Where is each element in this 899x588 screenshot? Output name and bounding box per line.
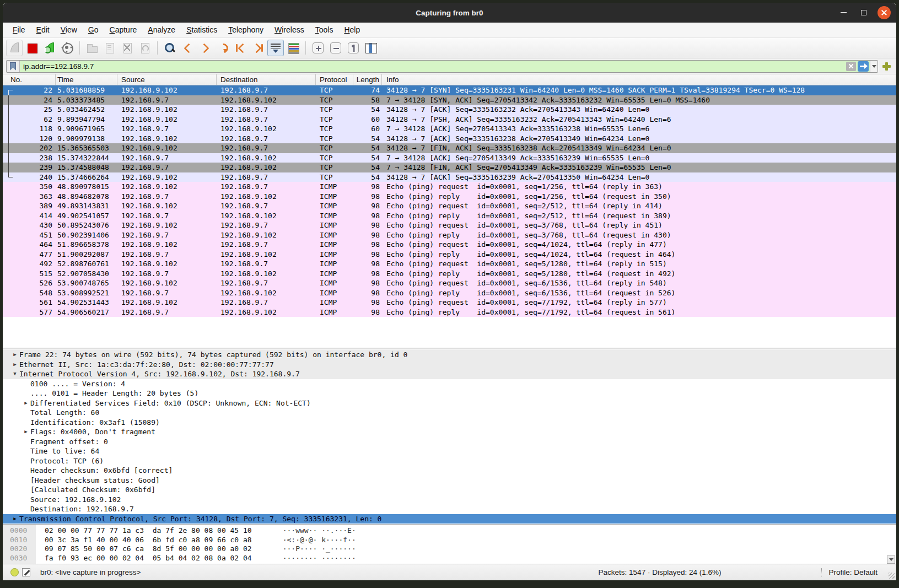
packet-bytes-pane[interactable]: 000002 00 00 77 77 77 1a c3 da 7f 2e 80 … — [3, 524, 896, 564]
zoom-in-button[interactable] — [310, 40, 326, 56]
expert-info-icon[interactable] — [10, 568, 19, 576]
detail-row[interactable]: Header checksum: 0x6bfd [correct] — [3, 466, 896, 476]
packet-row[interactable]: 57754.906560217192.168.9.7192.168.9.102I… — [3, 308, 896, 317]
packet-row[interactable]: 629.893947794192.168.9.102192.168.9.7TCP… — [3, 115, 896, 125]
column-header-protocol[interactable]: Protocol — [316, 74, 353, 85]
close-button[interactable] — [878, 6, 891, 19]
expander-icon[interactable]: ▶ — [21, 398, 30, 408]
packet-row[interactable]: 54853.908992521192.168.9.7192.168.9.102I… — [3, 288, 896, 298]
maximize-button[interactable] — [857, 6, 870, 19]
detail-row[interactable]: 0100 .... = Version: 4 — [3, 379, 896, 389]
column-header-destination[interactable]: Destination — [217, 74, 316, 85]
detail-row[interactable]: Destination: 192.168.9.7 — [3, 504, 896, 514]
hex-row[interactable]: 001000 3c 3a f1 40 00 40 06 6b fd c0 a8 … — [3, 536, 896, 545]
expander-icon[interactable]: ▶ — [10, 350, 19, 360]
column-header-info[interactable]: Info — [382, 74, 896, 85]
resize-columns-button[interactable] — [363, 40, 379, 56]
packet-row[interactable]: 1209.909979138192.168.9.102192.168.9.7TC… — [3, 134, 896, 144]
detail-row[interactable]: ▶Frame 22: 74 bytes on wire (592 bits), … — [3, 350, 896, 360]
menu-item-statistics[interactable]: Statistics — [181, 23, 223, 37]
auto-scroll-button[interactable] — [267, 40, 284, 56]
detail-row[interactable]: Protocol: TCP (6) — [3, 456, 896, 466]
packet-row[interactable]: 1189.909671965192.168.9.7192.168.9.102TC… — [3, 124, 896, 134]
packet-row[interactable]: 46451.896658378192.168.9.102192.168.9.7I… — [3, 240, 896, 250]
detail-row[interactable]: ▶Ethernet II, Src: 1a:c3:da:7f:2e:80, Ds… — [3, 360, 896, 370]
reload-file-button[interactable] — [137, 40, 153, 56]
restart-capture-button[interactable] — [41, 40, 58, 56]
menu-item-wireless[interactable]: Wireless — [269, 23, 310, 37]
minimize-button[interactable] — [837, 6, 850, 19]
zoom-out-button[interactable] — [327, 40, 344, 56]
close-file-button[interactable] — [119, 40, 136, 56]
menu-item-analyze[interactable]: Analyze — [142, 23, 181, 37]
expander-icon[interactable]: ▶ — [10, 360, 19, 370]
filter-bookmark-button[interactable] — [7, 61, 20, 72]
packet-row[interactable]: 51552.907058430192.168.9.7192.168.9.102I… — [3, 269, 896, 279]
menu-item-file[interactable]: File — [7, 23, 31, 37]
colorize-button[interactable] — [285, 40, 302, 56]
packet-list-pane[interactable]: 225.031688859192.168.9.102192.168.9.7TCP… — [3, 85, 896, 317]
expander-icon[interactable]: ▶ — [21, 427, 30, 437]
capture-comment-icon[interactable] — [22, 568, 30, 576]
start-capture-button[interactable] — [6, 40, 23, 56]
packet-row[interactable]: 255.033462452192.168.9.102192.168.9.7TCP… — [3, 105, 896, 115]
save-file-button[interactable] — [101, 40, 118, 56]
stop-capture-button[interactable] — [24, 40, 40, 56]
first-packet-button[interactable] — [232, 40, 249, 56]
detail-row[interactable]: ▶Transmission Control Protocol, Src Port… — [3, 514, 896, 524]
capture-options-button[interactable] — [59, 40, 76, 56]
display-filter-input[interactable] — [20, 61, 846, 72]
title-bar[interactable]: Capturing from br0 — [3, 3, 896, 23]
detail-row[interactable]: Total Length: 60 — [3, 408, 896, 418]
open-file-button[interactable] — [84, 40, 100, 56]
menu-item-help[interactable]: Help — [338, 23, 365, 37]
menu-item-edit[interactable]: Edit — [31, 23, 55, 37]
packet-row[interactable]: 38949.893143831192.168.9.102192.168.9.7I… — [3, 201, 896, 211]
filter-dropdown-button[interactable] — [870, 61, 878, 72]
detail-row[interactable]: Source: 192.168.9.102 — [3, 495, 896, 505]
expander-icon[interactable]: ▶ — [10, 514, 19, 524]
column-header-time[interactable]: Time — [56, 74, 117, 85]
packet-row[interactable]: 23915.374588048192.168.9.7192.168.9.102T… — [3, 163, 896, 172]
detail-row[interactable]: [Header checksum status: Good] — [3, 476, 896, 485]
next-packet-button[interactable] — [197, 40, 213, 56]
column-header-no[interactable]: No. — [3, 74, 56, 85]
packet-row[interactable]: 52653.900748765192.168.9.102192.168.9.7I… — [3, 278, 896, 288]
last-packet-button[interactable] — [250, 40, 266, 56]
resize-grip[interactable] — [889, 573, 895, 579]
packet-details-pane[interactable]: ▶Frame 22: 74 bytes on wire (592 bits), … — [3, 349, 896, 524]
detail-row[interactable]: ▼Internet Protocol Version 4, Src: 192.1… — [3, 369, 896, 379]
hex-row[interactable]: 002009 07 85 50 00 07 c6 ca 8d 5f 00 00 … — [3, 544, 896, 554]
profile-text[interactable]: Profile: Default — [828, 568, 878, 576]
menu-item-capture[interactable]: Capture — [104, 23, 143, 37]
expander-icon[interactable]: ▼ — [10, 369, 19, 379]
normal-size-button[interactable] — [345, 40, 362, 56]
packet-row[interactable]: 47751.900292087192.168.9.7192.168.9.102I… — [3, 250, 896, 260]
packet-row[interactable]: 43050.895243076192.168.9.102192.168.9.7I… — [3, 220, 896, 230]
find-packet-button[interactable] — [162, 40, 178, 56]
packet-row[interactable]: 56154.902531443192.168.9.102192.168.9.7I… — [3, 298, 896, 308]
hex-row[interactable]: 000002 00 00 77 77 77 1a c3 da 7f 2e 80 … — [3, 526, 896, 536]
detail-row[interactable]: Fragment offset: 0 — [3, 437, 896, 447]
packet-row[interactable]: 49252.898760761192.168.9.102192.168.9.7I… — [3, 259, 896, 269]
menu-item-tools[interactable]: Tools — [310, 23, 339, 37]
detail-row[interactable]: ▶Differentiated Services Field: 0x10 (DS… — [3, 398, 896, 408]
packet-row[interactable]: 225.031688859192.168.9.102192.168.9.7TCP… — [3, 85, 896, 95]
menu-item-telephony[interactable]: Telephony — [223, 23, 269, 37]
packet-row[interactable]: 245.033373485192.168.9.7192.168.9.102TCP… — [3, 95, 896, 105]
packet-row[interactable]: 41449.902541057192.168.9.7192.168.9.102I… — [3, 211, 896, 221]
packet-row[interactable]: 20215.365365503192.168.9.102192.168.9.7T… — [3, 143, 896, 153]
add-filter-button[interactable] — [881, 60, 893, 72]
hex-row[interactable]: 0030fa f0 93 ec 00 00 02 04 05 b4 04 02 … — [3, 554, 896, 563]
previous-packet-button[interactable] — [179, 40, 196, 56]
detail-row[interactable]: Identification: 0x3af1 (15089) — [3, 418, 896, 428]
packet-row[interactable]: 23815.374322844192.168.9.7192.168.9.102T… — [3, 153, 896, 163]
scrollbar-down-button[interactable] — [887, 555, 895, 564]
packet-row[interactable]: 35048.890978015192.168.9.102192.168.9.7I… — [3, 182, 896, 192]
detail-row[interactable]: [Calculated Checksum: 0x6bfd] — [3, 485, 896, 495]
packet-row[interactable]: 45150.902391406192.168.9.7192.168.9.102I… — [3, 230, 896, 240]
menu-item-go[interactable]: Go — [83, 23, 104, 37]
packet-row[interactable]: 36348.894682078192.168.9.7192.168.9.102I… — [3, 192, 896, 202]
column-header-source[interactable]: Source — [117, 74, 217, 85]
detail-row[interactable]: ▶Flags: 0x4000, Don't fragment — [3, 427, 896, 437]
